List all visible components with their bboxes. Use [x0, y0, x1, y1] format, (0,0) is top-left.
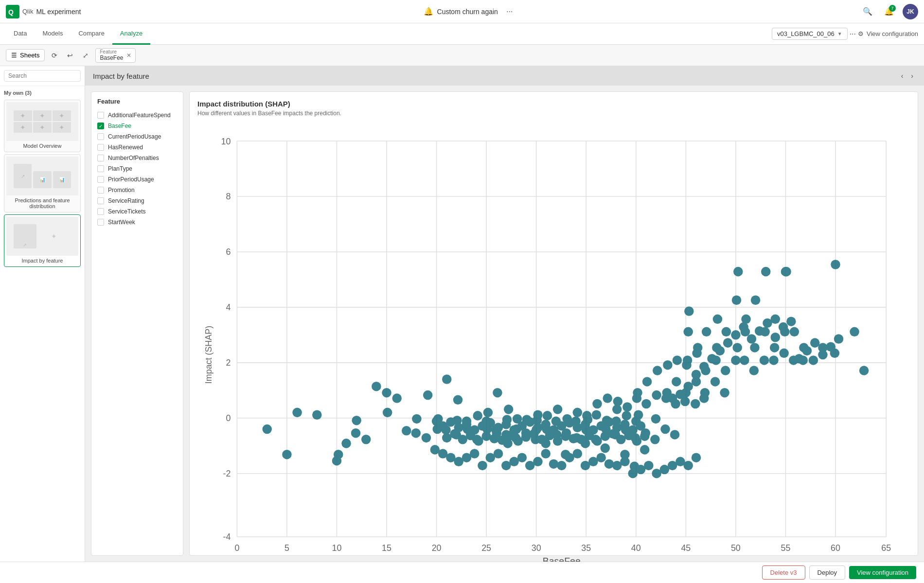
- sheet-item-model-overview[interactable]: ✦ ✦ ✦ ✦ ✦ ✦ Model Overview: [4, 100, 81, 152]
- feature-item-0[interactable]: AdditionalFeatureSpend: [97, 110, 177, 121]
- feature-item-6[interactable]: PriorPeriodUsage: [97, 174, 177, 185]
- sheet-item-predictions[interactable]: ↗ 📊 📊 Predictions and feature distributi…: [4, 154, 81, 212]
- svg-point-291: [604, 459, 614, 469]
- feature-item-8[interactable]: ServiceRating: [97, 195, 177, 206]
- svg-point-302: [692, 453, 701, 462]
- tab-data[interactable]: Data: [6, 23, 35, 45]
- svg-text:55: 55: [781, 543, 790, 553]
- view-config-btn[interactable]: ⚙ View configuration: [858, 30, 918, 37]
- svg-point-134: [641, 399, 651, 409]
- svg-point-209: [501, 420, 511, 429]
- content-area: Impact by feature ‹ › Feature Additional…: [85, 66, 924, 562]
- svg-point-228: [450, 429, 460, 439]
- svg-point-274: [470, 449, 480, 459]
- svg-point-267: [779, 322, 788, 332]
- feature-panel-title: Feature: [97, 98, 177, 105]
- feature-tag-close-btn[interactable]: ✕: [126, 52, 131, 59]
- topbar-right: 🔍 🔔 7 JK: [860, 4, 918, 19]
- feature-label-10: StartWeek: [108, 219, 135, 226]
- feature-label-7: Promotion: [108, 187, 135, 194]
- svg-point-184: [770, 343, 780, 353]
- deploy-btn[interactable]: Deploy: [809, 565, 845, 580]
- svg-text:2: 2: [226, 358, 231, 368]
- svg-text:0: 0: [226, 413, 231, 423]
- feature-item-3[interactable]: HasRenewed: [97, 142, 177, 153]
- feature-item-10[interactable]: StartWeek: [97, 217, 177, 228]
- search-input[interactable]: [4, 70, 81, 82]
- nav-arrows: ‹ ›: [898, 71, 916, 81]
- sheets-btn[interactable]: ☰ Sheets: [6, 49, 45, 61]
- svg-point-82: [493, 388, 502, 398]
- tab-models[interactable]: Models: [35, 23, 71, 45]
- sheets-label: Sheets: [20, 52, 39, 59]
- search-btn[interactable]: 🔍: [860, 4, 875, 19]
- svg-point-241: [553, 436, 563, 446]
- svg-point-123: [613, 397, 623, 406]
- tab-analyze[interactable]: Analyze: [112, 23, 150, 45]
- search-box: [0, 66, 85, 86]
- user-avatar[interactable]: JK: [903, 4, 918, 19]
- feature-item-1[interactable]: BaseFee: [97, 121, 177, 131]
- svg-point-183: [760, 355, 769, 365]
- tab-compare[interactable]: Compare: [71, 23, 112, 45]
- chart-subtitle: How different values in BaseFee impacts …: [197, 110, 910, 117]
- feature-item-2[interactable]: CurrentPeriodUsage: [97, 131, 177, 142]
- experiment-more-btn[interactable]: ···: [502, 4, 517, 19]
- feature-panel: Feature AdditionalFeatureSpend BaseFee C…: [91, 91, 183, 556]
- feature-tag: Feature BaseFee ✕: [95, 48, 135, 63]
- toolbar-fullscreen-btn[interactable]: ⤢: [80, 50, 91, 61]
- feature-label-9: ServiceTickets: [108, 208, 146, 215]
- svg-point-125: [622, 411, 631, 421]
- chevron-down-icon: ▼: [837, 31, 842, 36]
- svg-point-52: [334, 450, 343, 459]
- svg-point-61: [402, 426, 411, 436]
- svg-text:5: 5: [284, 543, 289, 553]
- feature-item-4[interactable]: NumberOfPenalties: [97, 153, 177, 163]
- thumb-cell: ✦: [14, 110, 32, 121]
- feature-item-5[interactable]: PlanType: [97, 163, 177, 174]
- svg-point-69: [442, 374, 452, 384]
- prev-btn[interactable]: ‹: [898, 71, 906, 81]
- svg-point-219: [581, 420, 590, 429]
- svg-point-226: [636, 421, 646, 431]
- svg-point-180: [749, 366, 759, 375]
- delete-btn[interactable]: Delete v3: [762, 565, 805, 580]
- feature-checkbox-5: [97, 165, 104, 172]
- svg-point-176: [740, 355, 749, 365]
- svg-text:BaseFee: BaseFee: [543, 556, 581, 562]
- svg-point-308: [834, 334, 844, 344]
- view-config-action-btn[interactable]: View configuration: [849, 566, 916, 579]
- toolbar-back-btn[interactable]: ↩: [64, 50, 76, 61]
- svg-point-170: [720, 388, 729, 398]
- thumb-cell: ✦: [14, 122, 32, 133]
- model-selector[interactable]: v03_LGBMC_00_06 ▼: [772, 28, 848, 40]
- svg-point-235: [505, 431, 515, 441]
- svg-point-257: [699, 362, 709, 371]
- feature-item-9[interactable]: ServiceTickets: [97, 206, 177, 217]
- thumb-cell: ✦: [53, 110, 71, 121]
- toolbar-refresh-btn[interactable]: ⟳: [49, 50, 60, 61]
- svg-point-63: [411, 428, 421, 438]
- svg-point-174: [733, 267, 743, 277]
- model-more-btn[interactable]: ···: [848, 28, 858, 40]
- chart-area: Impact (SHAP): [197, 124, 910, 562]
- notification-btn[interactable]: 🔔 7: [881, 4, 897, 19]
- feature-item-7[interactable]: Promotion: [97, 185, 177, 195]
- svg-point-73: [453, 395, 463, 405]
- svg-point-172: [732, 295, 742, 305]
- svg-point-167: [713, 315, 723, 324]
- next-btn[interactable]: ›: [908, 71, 916, 81]
- impact-title: Impact by feature: [93, 72, 149, 80]
- svg-point-285: [557, 461, 567, 471]
- svg-text:30: 30: [532, 543, 541, 553]
- sheet-item-impact[interactable]: ↗ ✦ Impact by feature: [4, 214, 81, 267]
- svg-text:40: 40: [631, 543, 641, 553]
- chart-panel: Impact distribution (SHAP) How different…: [189, 91, 918, 556]
- svg-point-204: [462, 420, 472, 429]
- sheets-icon: ☰: [11, 52, 17, 59]
- feature-checkbox-4: [97, 155, 104, 161]
- experiment-name: Custom churn again: [437, 8, 498, 16]
- feature-checkbox-9: [97, 208, 104, 215]
- svg-point-56: [361, 435, 371, 444]
- svg-point-87: [504, 405, 514, 414]
